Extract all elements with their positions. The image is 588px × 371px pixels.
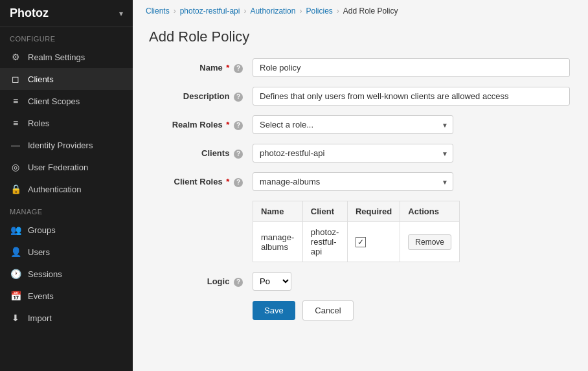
name-required: * [226, 63, 229, 73]
remove-button[interactable]: Remove [408, 234, 451, 250]
client-roles-label: Client Roles * ? [149, 172, 253, 187]
breadcrumb-sep-4: › [337, 6, 339, 16]
clients-control: photoz-restful-api [253, 144, 572, 163]
users-icon: 👤 [10, 247, 21, 257]
logic-row: Logic ? Po Ne [149, 272, 572, 291]
client-roles-help-icon[interactable]: ? [234, 178, 243, 187]
breadcrumb: Clients › photoz-restful-api › Authoriza… [133, 0, 588, 22]
client-roles-control: manage-albums [253, 172, 572, 191]
realm-roles-select-wrapper: Select a role... [253, 115, 453, 134]
action-buttons: Save Cancel [253, 300, 354, 320]
sidebar-item-label: Users [28, 247, 50, 257]
clients-label: Clients ? [149, 144, 253, 159]
breadcrumb-authorization[interactable]: Authorization [250, 6, 295, 16]
sidebar-item-users[interactable]: 👤 Users [0, 241, 133, 263]
page-content: Add Role Policy Name * ? Description ? [133, 22, 588, 350]
realm-settings-icon: ⚙ [10, 52, 21, 62]
sidebar-item-user-federation[interactable]: ◎ User Federation [0, 156, 133, 178]
sidebar-item-label: Identity Providers [28, 141, 93, 150]
sidebar-item-authentication[interactable]: 🔒 Authentication [0, 178, 133, 200]
sidebar-item-client-scopes[interactable]: ≡ Client Scopes [0, 90, 133, 112]
save-button[interactable]: Save [253, 301, 295, 320]
client-roles-row: Client Roles * ? manage-albums [149, 172, 572, 191]
sidebar-item-roles[interactable]: ≡ Roles [0, 112, 133, 134]
clients-help-icon[interactable]: ? [234, 150, 243, 159]
logic-control: Po Ne [253, 272, 572, 291]
action-buttons-row: Save Cancel [149, 300, 572, 320]
row-name: manage-albums [253, 222, 303, 262]
clients-select-wrapper: photoz-restful-api [253, 144, 453, 163]
sidebar-item-sessions[interactable]: 🕐 Sessions [0, 263, 133, 285]
app-name: Photoz [10, 6, 49, 20]
name-row: Name * ? [149, 58, 572, 77]
sessions-icon: 🕐 [10, 269, 21, 279]
name-input[interactable] [253, 58, 570, 77]
clients-row: Clients ? photoz-restful-api [149, 144, 572, 163]
client-roles-select[interactable]: manage-albums [253, 172, 453, 191]
description-label: Description ? [149, 87, 253, 102]
client-scopes-icon: ≡ [10, 96, 21, 106]
realm-roles-select[interactable]: Select a role... [253, 115, 453, 134]
breadcrumb-clients[interactable]: Clients [146, 6, 170, 16]
name-help-icon[interactable]: ? [234, 64, 243, 73]
sidebar-item-label: Client Scopes [28, 96, 80, 106]
sidebar-item-realm-settings[interactable]: ⚙ Realm Settings [0, 46, 133, 68]
description-control [253, 87, 572, 106]
identity-providers-icon: — [10, 140, 21, 150]
table-row: manage-albums photoz-restful-api ✓ Remov… [253, 222, 460, 262]
roles-table-body: manage-albums photoz-restful-api ✓ Remov… [253, 222, 460, 262]
row-actions: Remove [400, 222, 460, 262]
realm-roles-required: * [226, 120, 229, 129]
breadcrumb-sep-2: › [243, 6, 246, 16]
sidebar-item-label: Authentication [28, 185, 81, 194]
logic-help-icon[interactable]: ? [234, 278, 243, 287]
required-checkbox[interactable]: ✓ [356, 237, 366, 247]
roles-icon: ≡ [10, 118, 21, 128]
description-input[interactable] [253, 87, 570, 106]
sidebar-item-label: User Federation [28, 163, 88, 172]
import-icon: ⬇ [10, 313, 21, 323]
logic-label: Logic ? [149, 272, 253, 287]
realm-roles-control: Select a role... [253, 115, 572, 134]
col-header-client: Client [302, 201, 347, 222]
table-header-row: Name Client Required Actions [253, 201, 460, 222]
sidebar-item-events[interactable]: 📅 Events [0, 285, 133, 307]
col-header-name: Name [253, 201, 303, 222]
col-header-actions: Actions [400, 201, 460, 222]
sidebar-item-import[interactable]: ⬇ Import [0, 307, 133, 329]
sidebar-item-label: Sessions [28, 269, 62, 279]
app-header[interactable]: Photoz ▾ [0, 0, 133, 27]
name-label: Name * ? [149, 58, 253, 73]
sidebar-item-identity-providers[interactable]: — Identity Providers [0, 134, 133, 156]
roles-table-row: Name Client Required Actions manage-albu… [149, 201, 572, 262]
main-content: Clients › photoz-restful-api › Authoriza… [133, 0, 588, 371]
sidebar-item-label: Realm Settings [28, 52, 85, 62]
sidebar-item-label: Groups [28, 225, 56, 235]
groups-icon: 👥 [10, 225, 21, 235]
realm-roles-label: Realm Roles * ? [149, 115, 253, 130]
events-icon: 📅 [10, 291, 21, 301]
user-federation-icon: ◎ [10, 162, 21, 172]
sidebar: Photoz ▾ Configure ⚙ Realm Settings ◻ Cl… [0, 0, 133, 371]
sidebar-item-label: Clients [28, 74, 54, 84]
breadcrumb-policies[interactable]: Policies [306, 6, 332, 16]
row-client: photoz-restful-api [302, 222, 347, 262]
cancel-button[interactable]: Cancel [302, 300, 353, 320]
clients-select[interactable]: photoz-restful-api [253, 144, 453, 163]
breadcrumb-client-name[interactable]: photoz-restful-api [180, 6, 240, 16]
breadcrumb-sep-1: › [174, 6, 176, 16]
client-roles-required: * [226, 177, 229, 186]
sidebar-item-label: Import [28, 313, 52, 323]
app-arrow-icon: ▾ [119, 9, 123, 18]
realm-roles-help-icon[interactable]: ? [234, 121, 243, 130]
authentication-icon: 🔒 [10, 184, 21, 194]
sidebar-item-clients[interactable]: ◻ Clients [0, 68, 133, 90]
col-header-required: Required [347, 201, 400, 222]
logic-select[interactable]: Po Ne [253, 272, 291, 291]
sidebar-item-groups[interactable]: 👥 Groups [0, 219, 133, 241]
realm-roles-row: Realm Roles * ? Select a role... [149, 115, 572, 134]
description-help-icon[interactable]: ? [234, 93, 243, 102]
sidebar-item-label: Roles [28, 118, 49, 128]
roles-table-head: Name Client Required Actions [253, 201, 460, 222]
roles-table: Name Client Required Actions manage-albu… [253, 201, 460, 262]
